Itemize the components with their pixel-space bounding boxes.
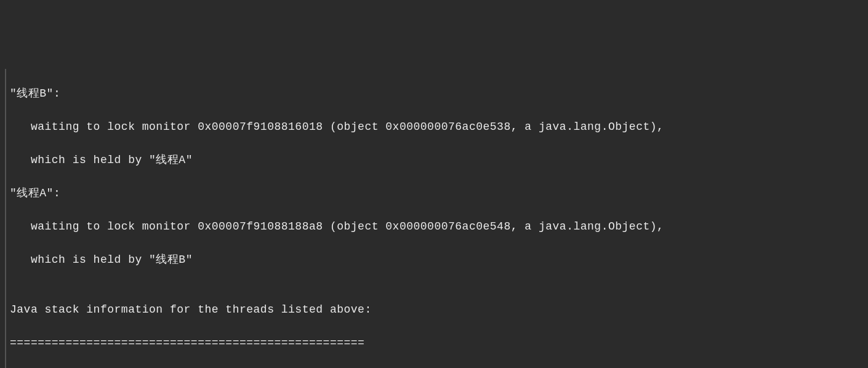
output-line: "线程B": bbox=[10, 86, 863, 102]
output-line: which is held by "线程A" bbox=[10, 152, 863, 169]
output-line: "线程A": bbox=[10, 185, 863, 202]
output-line: ========================================… bbox=[10, 335, 863, 351]
terminal-output[interactable]: "线程B": waiting to lock monitor 0x00007f9… bbox=[5, 69, 863, 368]
output-line: waiting to lock monitor 0x00007f91088188… bbox=[10, 218, 863, 235]
output-line: Java stack information for the threads l… bbox=[10, 302, 863, 318]
output-line: which is held by "线程B" bbox=[10, 252, 863, 268]
output-line: waiting to lock monitor 0x00007f91088160… bbox=[10, 119, 863, 135]
